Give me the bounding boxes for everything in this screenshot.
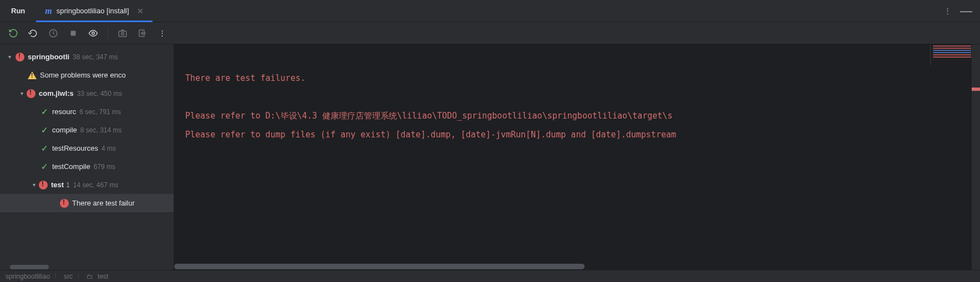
check-icon: ✓	[41, 143, 48, 153]
breadcrumb[interactable]: springbootliliao 〉 src 〉 🗀 test	[6, 273, 108, 280]
tree-step-timing: 679 ms	[94, 163, 115, 171]
tree-failure-label: There are test failur	[72, 199, 135, 207]
tree-module-label: com.jlwl:s	[39, 89, 74, 98]
tree-step-compile[interactable]: ✓ compile 8 sec, 314 ms	[0, 121, 174, 139]
run-toolbar: ⋮	[0, 22, 980, 44]
breadcrumb-item[interactable]: springbootliliao	[6, 273, 50, 280]
tab-build-label: springbootliliao [install]	[57, 7, 129, 15]
check-icon: ✓	[41, 107, 48, 117]
chevron-right-icon: 〉	[77, 273, 82, 280]
tree-step-timing: 8 sec, 314 ms	[80, 126, 122, 134]
console-output: There are test failures. Please refer to…	[174, 44, 980, 270]
scrollbar-thumb[interactable]	[10, 265, 49, 269]
tree-step-label: testCompile	[52, 162, 90, 171]
tree-step-testcompile[interactable]: ✓ testCompile 679 ms	[0, 157, 174, 176]
stop-icon[interactable]	[68, 28, 79, 39]
screenshot-icon[interactable]	[117, 28, 128, 39]
chevron-down-icon[interactable]: ▾	[18, 90, 26, 96]
warning-icon	[28, 71, 37, 79]
exit-icon[interactable]	[137, 28, 148, 39]
error-stripe-gutter[interactable]	[971, 44, 980, 270]
tree-test-timing: 14 sec, 467 ms	[73, 181, 118, 189]
tree-root-timing: 38 sec, 347 ms	[73, 53, 118, 61]
svg-point-4	[121, 32, 124, 35]
console-line: Please refer to dump files (if any exist…	[185, 130, 676, 140]
minimize-icon[interactable]: —	[960, 4, 972, 18]
tree-step-label: resourc	[52, 107, 76, 116]
folder-icon: 🗀	[87, 273, 93, 280]
build-tree-panel: ▾ springbootli 38 sec, 347 ms Some probl…	[0, 44, 174, 270]
tree-test-count: 1	[66, 181, 70, 189]
rerun-icon[interactable]	[8, 28, 19, 39]
chevron-down-icon[interactable]: ▾	[6, 54, 13, 60]
chevron-right-icon: 〉	[54, 273, 59, 280]
console-line: Please refer to D:\毕设\4.3 健康理疗店管理系统\lili…	[185, 111, 672, 121]
tree-root-label: springbootli	[28, 53, 69, 61]
tree-module[interactable]: ▾ com.jlwl:s 33 sec, 450 ms	[0, 84, 174, 102]
toolbar-separator	[108, 28, 108, 39]
tab-run[interactable]: Run	[0, 0, 36, 22]
more-icon[interactable]: ⋮	[944, 7, 952, 15]
close-icon[interactable]: ✕	[137, 7, 144, 16]
tree-root[interactable]: ▾ springbootli 38 sec, 347 ms	[0, 48, 174, 66]
console-scrollbar[interactable]	[174, 263, 974, 270]
error-icon	[27, 89, 35, 98]
run-tabs-bar: Run m springbootliliao [install] ✕ ⋮ —	[0, 0, 980, 22]
tab-run-label: Run	[11, 7, 25, 15]
tree-scrollbar[interactable]	[0, 264, 174, 270]
error-stripe[interactable]	[972, 88, 980, 91]
tree-step-testresources[interactable]: ✓ testResources 4 ms	[0, 139, 174, 157]
error-icon	[16, 53, 24, 61]
more-toolbar-icon[interactable]: ⋮	[157, 28, 168, 39]
breadcrumb-item[interactable]: test	[98, 273, 108, 280]
tree-test-label: test	[51, 181, 64, 189]
tree-step-test[interactable]: ▾ test 1 14 sec, 467 ms	[0, 176, 174, 194]
tab-build-config[interactable]: m springbootliliao [install] ✕	[36, 0, 152, 22]
svg-rect-1	[71, 30, 76, 35]
rerun-failed-icon[interactable]	[28, 28, 39, 39]
tree-step-timing: 4 ms	[101, 145, 116, 152]
show-icon[interactable]	[88, 28, 99, 39]
svg-rect-3	[119, 31, 126, 37]
chevron-down-icon[interactable]: ▾	[30, 182, 38, 188]
tree-failure-row[interactable]: There are test failur	[0, 194, 174, 212]
tree-step-timing: 6 sec, 791 ms	[79, 108, 121, 116]
tree-step-label: testResources	[52, 144, 98, 152]
tree-step-resources[interactable]: ✓ resourc 6 sec, 791 ms	[0, 102, 174, 121]
breadcrumb-item[interactable]: src	[64, 273, 73, 280]
status-bar: springbootliliao 〉 src 〉 🗀 test	[0, 270, 980, 282]
svg-point-2	[92, 32, 95, 34]
maven-icon: m	[45, 6, 52, 16]
error-icon	[39, 181, 48, 189]
check-icon: ✓	[41, 125, 48, 135]
check-icon: ✓	[41, 162, 48, 172]
error-icon	[60, 199, 69, 208]
tree-warning-label: Some problems were enco	[40, 71, 126, 79]
tree-module-timing: 33 sec, 450 ms	[77, 90, 122, 98]
tree-warning[interactable]: Some problems were enco	[0, 66, 174, 84]
toggle-auto-icon[interactable]	[48, 28, 59, 39]
scrollbar-thumb[interactable]	[174, 264, 585, 269]
tree-step-label: compile	[52, 126, 77, 134]
console-line: There are test failures.	[185, 73, 306, 83]
